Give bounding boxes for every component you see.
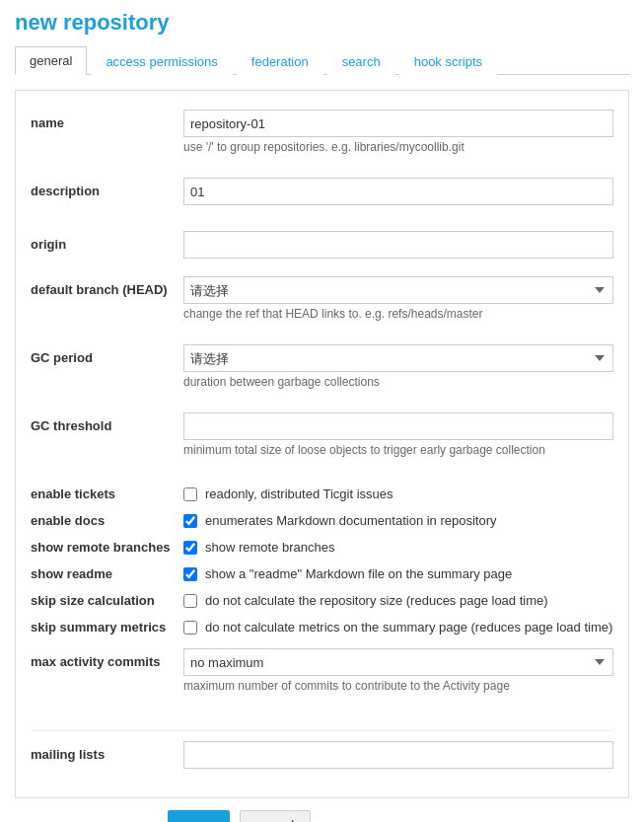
mailing-lists-input[interactable] <box>183 741 613 769</box>
show-remote-branches-row: show remote branches show remote branche… <box>31 538 613 557</box>
skip-size-checkbox[interactable] <box>183 594 197 608</box>
show-remote-branches-wrap: show remote branches <box>183 540 613 555</box>
enable-docs-wrap: enumerates Markdown documentation in rep… <box>183 513 613 528</box>
origin-input[interactable] <box>183 231 613 259</box>
skip-summary-checkbox[interactable] <box>183 621 197 635</box>
enable-docs-label: enable docs <box>31 513 183 528</box>
name-row: name use '/' to group repositories. e.g.… <box>31 106 613 164</box>
enable-tickets-row: enable tickets readonly, distributed Tic… <box>31 485 613 503</box>
tab-general[interactable]: general <box>15 46 87 75</box>
skip-summary-text: do not calculate metrics on the summary … <box>205 620 612 635</box>
default-branch-row: default branch (HEAD) 请选择 change the ref… <box>31 272 613 331</box>
gc-period-label: GC period <box>31 344 183 365</box>
max-activity-control: no maximum maximum number of commits to … <box>183 648 613 699</box>
tab-hook-scripts[interactable]: hook scripts <box>399 47 497 75</box>
skip-summary-wrap: do not calculate metrics on the summary … <box>183 620 613 635</box>
cancel-button[interactable]: cancel <box>240 810 311 822</box>
enable-docs-text: enumerates Markdown documentation in rep… <box>205 513 497 528</box>
name-control: use '/' to group repositories. e.g. libr… <box>183 110 613 160</box>
tab-federation[interactable]: federation <box>237 47 323 75</box>
show-remote-branches-checkbox[interactable] <box>183 541 197 555</box>
mailing-lists-label: mailing lists <box>31 741 183 762</box>
enable-docs-row: enable docs enumerates Markdown document… <box>31 511 613 530</box>
gc-period-hint: duration between garbage collections <box>183 375 613 389</box>
default-branch-hint: change the ref that HEAD links to. e.g. … <box>183 307 613 321</box>
show-readme-text: show a "readme" Markdown file on the sum… <box>205 566 512 581</box>
enable-tickets-text: readonly, distributed Ticgit issues <box>205 486 394 501</box>
default-branch-select[interactable]: 请选择 <box>183 276 613 304</box>
max-activity-row: max activity commits no maximum maximum … <box>31 644 613 703</box>
page-title: new repository <box>15 10 629 36</box>
enable-tickets-checkbox[interactable] <box>183 487 197 501</box>
gc-period-row: GC period 请选择 duration between garbage c… <box>31 340 613 399</box>
name-hint: use '/' to group repositories. e.g. libr… <box>183 140 613 154</box>
show-readme-label: show readme <box>31 566 183 581</box>
description-control <box>183 178 613 205</box>
skip-size-row: skip size calculation do not calculate t… <box>31 591 613 610</box>
skip-size-text: do not calculate the repository size (re… <box>205 593 548 608</box>
gc-threshold-hint: minimum total size of loose objects to t… <box>183 443 613 457</box>
enable-tickets-wrap: readonly, distributed Ticgit issues <box>183 486 613 501</box>
skip-summary-row: skip summary metrics do not calculate me… <box>31 618 613 636</box>
max-activity-select[interactable]: no maximum <box>183 648 613 676</box>
description-input[interactable] <box>183 178 613 205</box>
gc-period-control: 请选择 duration between garbage collections <box>183 344 613 395</box>
origin-label: origin <box>31 231 183 252</box>
max-activity-hint: maximum number of commits to contribute … <box>183 679 613 693</box>
default-branch-control: 请选择 change the ref that HEAD links to. e… <box>183 276 613 327</box>
enable-tickets-label: enable tickets <box>31 486 183 501</box>
show-remote-branches-label: show remote branches <box>31 540 183 555</box>
name-input[interactable] <box>183 110 613 137</box>
mailing-lists-control <box>183 741 613 769</box>
name-label: name <box>31 110 183 130</box>
page-container: new repository general access permission… <box>0 0 644 822</box>
gc-threshold-input[interactable] <box>183 412 613 440</box>
gc-threshold-control: minimum total size of loose objects to t… <box>183 412 613 463</box>
show-remote-branches-text: show remote branches <box>205 540 335 555</box>
form-container: name use '/' to group repositories. e.g.… <box>15 90 629 798</box>
show-readme-row: show readme show a "readme" Markdown fil… <box>31 564 613 583</box>
gc-threshold-row: GC threshold minimum total size of loose… <box>31 409 613 467</box>
origin-control <box>183 231 613 259</box>
mailing-lists-row: mailing lists <box>31 730 613 773</box>
skip-summary-label: skip summary metrics <box>31 620 183 635</box>
gc-period-select[interactable]: 请选择 <box>183 344 613 372</box>
skip-size-wrap: do not calculate the repository size (re… <box>183 593 613 608</box>
max-activity-label: max activity commits <box>31 648 183 669</box>
skip-size-label: skip size calculation <box>31 593 183 608</box>
description-row: description <box>31 174 613 209</box>
description-label: description <box>31 178 183 198</box>
default-branch-label: default branch (HEAD) <box>31 276 183 297</box>
origin-row: origin <box>31 227 613 262</box>
form-section: name use '/' to group repositories. e.g.… <box>31 106 613 773</box>
save-button[interactable]: save <box>168 810 230 822</box>
buttons-row: save cancel <box>15 798 629 822</box>
show-readme-checkbox[interactable] <box>183 567 197 581</box>
enable-docs-checkbox[interactable] <box>183 514 197 528</box>
tab-access-permissions[interactable]: access permissions <box>91 47 232 75</box>
tab-search[interactable]: search <box>327 47 395 75</box>
gc-threshold-label: GC threshold <box>31 412 183 433</box>
show-readme-wrap: show a "readme" Markdown file on the sum… <box>183 566 613 581</box>
tabs-bar: general access permissions federation se… <box>15 45 629 75</box>
